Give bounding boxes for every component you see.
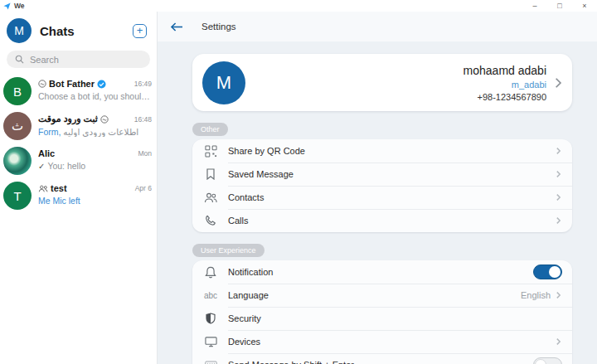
monitor-icon [203, 336, 218, 347]
chevron-right-icon [555, 193, 562, 201]
back-arrow-icon[interactable] [170, 22, 183, 32]
menu-item-share-qr[interactable]: Share by QR Code [192, 139, 572, 163]
profile-avatar: M [202, 61, 245, 104]
window-controls: – □ × [522, 0, 597, 12]
chats-title: Chats [40, 24, 75, 38]
menu-item-label: Contacts [228, 192, 264, 202]
chat-item-test[interactable]: T test Apr 6 Me Mic left [0, 178, 157, 213]
menu-item-send-shortcut[interactable]: Send Message by Shift + Enter [192, 353, 572, 364]
search-placeholder: Search [30, 55, 59, 65]
contacts-icon [203, 192, 218, 203]
chevron-right-icon [555, 291, 562, 299]
close-button[interactable]: × [572, 0, 597, 12]
chat-time: Mon [138, 149, 152, 158]
section-badge-other: Other [192, 123, 228, 136]
notification-toggle[interactable] [533, 265, 562, 279]
menu-item-label: Devices [228, 337, 260, 347]
menu-item-label: Language [228, 290, 269, 300]
avatar: ث [3, 112, 32, 140]
settings-panel: Settings M mohaamd adabi m_adabi +98-123… [158, 12, 597, 364]
avatar: B [3, 77, 32, 105]
chat-name: Alic [38, 148, 55, 158]
search-icon [15, 55, 24, 64]
chevron-right-icon [555, 337, 562, 346]
profile-card[interactable]: M mohaamd adabi m_adabi +98-1234567890 [192, 54, 572, 111]
maximize-button[interactable]: □ [547, 0, 572, 12]
menu-item-security[interactable]: Security [192, 307, 572, 330]
bell-icon [203, 266, 218, 279]
menu-item-label: Saved Message [228, 169, 294, 179]
chat-name: test [51, 183, 67, 193]
new-chat-button[interactable]: + [133, 24, 147, 38]
profile-phone: +98-1234567890 [464, 92, 546, 102]
paper-plane-icon [3, 2, 11, 10]
menu-item-label: Calls [228, 216, 248, 226]
window-titlebar: We – □ × [0, 0, 597, 12]
chevron-right-icon [555, 216, 562, 225]
profile-username: m_adabi [464, 80, 546, 90]
avatar-photo [3, 147, 32, 175]
app-brand: We [3, 2, 25, 10]
bot-icon [100, 115, 109, 124]
keyboard-icon [203, 361, 218, 364]
section-badge-user-experience: User Experience [192, 244, 265, 257]
other-section-card: Share by QR Code Saved Message Contacts [192, 139, 572, 232]
profile-name: mohaamd adabi [464, 64, 546, 77]
chat-name: Bot Father [49, 79, 95, 89]
app-title: We [14, 2, 25, 10]
chats-sidebar: M Chats + Search B Bot Father [0, 12, 158, 364]
chat-item-bot-father[interactable]: B Bot Father 16:49 Choose a bot id, you … [0, 74, 157, 109]
user-experience-section-card: Notification abc Language English Securi… [192, 260, 572, 364]
menu-item-label: Share by QR Code [228, 146, 305, 156]
menu-item-label: Send Message by Shift + Enter [228, 360, 354, 364]
settings-header: Settings [158, 12, 597, 41]
minimize-button[interactable]: – [522, 0, 547, 12]
menu-item-devices[interactable]: Devices [192, 330, 572, 353]
chat-last-message: Choose a bot id, you should select bot w… [38, 91, 152, 101]
qr-code-icon [203, 145, 218, 158]
my-avatar[interactable]: M [7, 18, 32, 43]
message-text: اطلاعات ورودی اولیه [63, 127, 138, 137]
chat-item-sabt-vorood[interactable]: ث ثبت ورود موقت 16:48 Form, اطلاعات ورود… [0, 109, 157, 143]
chat-last-message: ✓You: hello [38, 161, 152, 171]
chevron-right-icon [555, 147, 562, 155]
message-text: You: hello [47, 161, 85, 171]
chat-time: Apr 6 [135, 184, 152, 192]
sidebar-header: M Chats + [0, 12, 157, 47]
group-icon [38, 185, 48, 192]
chevron-right-icon [555, 170, 562, 178]
search-input[interactable]: Search [7, 51, 150, 68]
chat-time: 16:48 [134, 115, 152, 124]
message-link: Form, [38, 127, 61, 137]
menu-item-label: Security [228, 313, 261, 323]
avatar: T [3, 182, 32, 210]
menu-item-language[interactable]: abc Language English [192, 284, 572, 307]
phone-icon [203, 215, 218, 226]
page-title: Settings [201, 22, 236, 32]
menu-item-notification[interactable]: Notification [192, 260, 572, 284]
chevron-right-icon [554, 77, 562, 89]
bookmark-icon [203, 168, 218, 180]
menu-item-saved-message[interactable]: Saved Message [192, 163, 572, 186]
chat-time: 16:49 [134, 80, 152, 88]
chat-name: ثبت ورود موقت [38, 114, 98, 124]
language-value: English [521, 290, 551, 300]
chat-last-message: Me Mic left [38, 196, 152, 206]
menu-item-label: Notification [228, 267, 273, 277]
menu-item-calls[interactable]: Calls [192, 209, 572, 232]
menu-item-contacts[interactable]: Contacts [192, 186, 572, 209]
chat-last-message: Form, اطلاعات ورودی اولیه [38, 127, 152, 137]
abc-icon: abc [203, 291, 218, 300]
verified-icon [97, 80, 106, 89]
send-shortcut-toggle[interactable] [533, 357, 562, 364]
sent-check-icon: ✓ [38, 162, 45, 171]
chat-item-alic[interactable]: Alic Mon ✓You: hello [0, 143, 157, 178]
bot-icon [38, 80, 46, 88]
shield-icon [203, 313, 218, 324]
